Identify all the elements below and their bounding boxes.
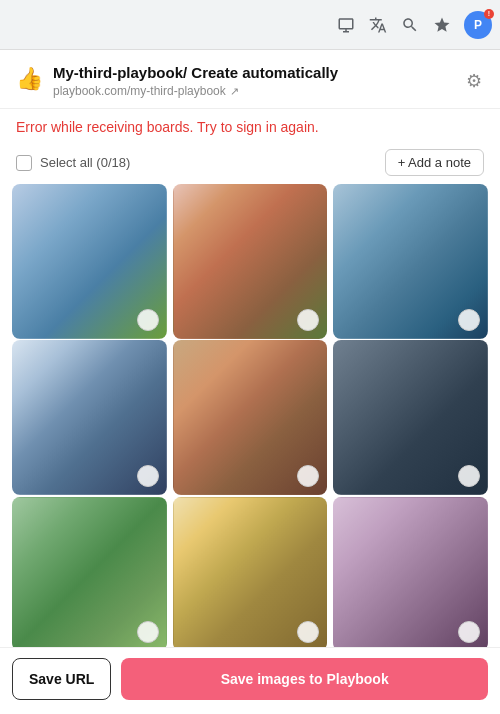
image-grid: [0, 184, 500, 647]
url-text: playbook.com/my-third-playbook: [53, 84, 226, 98]
image-select-circle[interactable]: [297, 309, 319, 331]
translate-icon: [368, 15, 388, 35]
image-select-circle[interactable]: [458, 309, 480, 331]
external-link-icon: ↗: [230, 85, 239, 98]
list-item[interactable]: [173, 497, 328, 647]
star-icon: [432, 15, 452, 35]
select-all-area: Select all (0/18): [16, 155, 130, 171]
select-all-checkbox[interactable]: [16, 155, 32, 171]
header-text: My-third-playbook/ Create automatically …: [53, 64, 338, 98]
popup-header: 👍 My-third-playbook/ Create automaticall…: [0, 50, 500, 109]
search-icon: [400, 15, 420, 35]
playbook-url[interactable]: playbook.com/my-third-playbook ↗: [53, 84, 338, 98]
thumbs-up-icon: 👍: [16, 66, 43, 92]
list-item[interactable]: [333, 497, 488, 647]
list-item[interactable]: [12, 497, 167, 647]
avatar-initial: P: [474, 18, 482, 32]
image-select-circle[interactable]: [458, 465, 480, 487]
browser-toolbar: P !: [0, 0, 500, 50]
extension-popup: 👍 My-third-playbook/ Create automaticall…: [0, 50, 500, 714]
error-message: Error while receiving boards. Try to sig…: [0, 109, 500, 145]
settings-button[interactable]: ⚙: [464, 68, 484, 94]
list-item[interactable]: [333, 184, 488, 339]
screen-share-icon: [336, 15, 356, 35]
select-all-label: Select all (0/18): [40, 155, 130, 170]
list-item[interactable]: [333, 340, 488, 495]
image-select-circle[interactable]: [137, 465, 159, 487]
selection-toolbar: Select all (0/18) + Add a note: [0, 145, 500, 184]
list-item[interactable]: [12, 340, 167, 495]
list-item[interactable]: [173, 184, 328, 339]
playbook-title: My-third-playbook/ Create automatically: [53, 64, 338, 82]
user-avatar[interactable]: P !: [464, 11, 492, 39]
list-item[interactable]: [173, 340, 328, 495]
notification-badge: !: [484, 9, 494, 19]
add-note-button[interactable]: + Add a note: [385, 149, 484, 176]
header-left: 👍 My-third-playbook/ Create automaticall…: [16, 64, 338, 98]
save-images-button[interactable]: Save images to Playbook: [121, 658, 488, 700]
image-select-circle[interactable]: [137, 621, 159, 643]
image-select-circle[interactable]: [137, 309, 159, 331]
bottom-action-bar: Save URL Save images to Playbook: [0, 647, 500, 714]
list-item[interactable]: [12, 184, 167, 339]
save-url-button[interactable]: Save URL: [12, 658, 111, 700]
